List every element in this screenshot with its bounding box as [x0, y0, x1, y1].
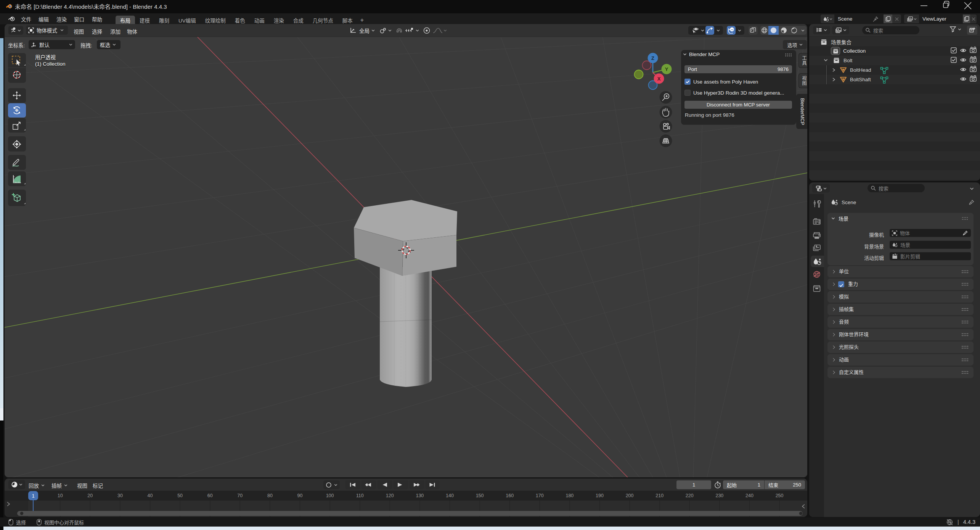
svg-text:150: 150: [476, 493, 484, 498]
svg-text:10: 10: [58, 493, 63, 498]
svg-text:140: 140: [446, 493, 454, 498]
svg-text:120: 120: [386, 493, 394, 498]
svg-text:50: 50: [177, 493, 183, 498]
svg-text:250: 250: [776, 493, 784, 498]
svg-text:40: 40: [148, 493, 153, 498]
svg-text:240: 240: [745, 493, 753, 498]
svg-text:130: 130: [416, 493, 424, 498]
svg-text:160: 160: [506, 493, 514, 498]
svg-text:Z: Z: [651, 55, 654, 61]
svg-text:60: 60: [207, 493, 213, 498]
svg-text:1: 1: [32, 493, 34, 499]
svg-text:100: 100: [326, 493, 334, 498]
svg-text:180: 180: [566, 493, 574, 498]
svg-text:20: 20: [87, 493, 93, 498]
svg-text:70: 70: [237, 493, 243, 498]
svg-text:230: 230: [715, 493, 723, 498]
svg-text:Y: Y: [665, 66, 668, 72]
svg-text:80: 80: [267, 493, 273, 498]
svg-text:170: 170: [536, 493, 544, 498]
svg-text:210: 210: [655, 493, 664, 498]
svg-text:X: X: [657, 76, 661, 82]
svg-text:200: 200: [626, 493, 634, 498]
svg-text:190: 190: [596, 493, 604, 498]
svg-text:90: 90: [297, 493, 303, 498]
svg-text:220: 220: [686, 493, 694, 498]
svg-text:30: 30: [117, 493, 123, 498]
svg-text:110: 110: [356, 493, 364, 498]
